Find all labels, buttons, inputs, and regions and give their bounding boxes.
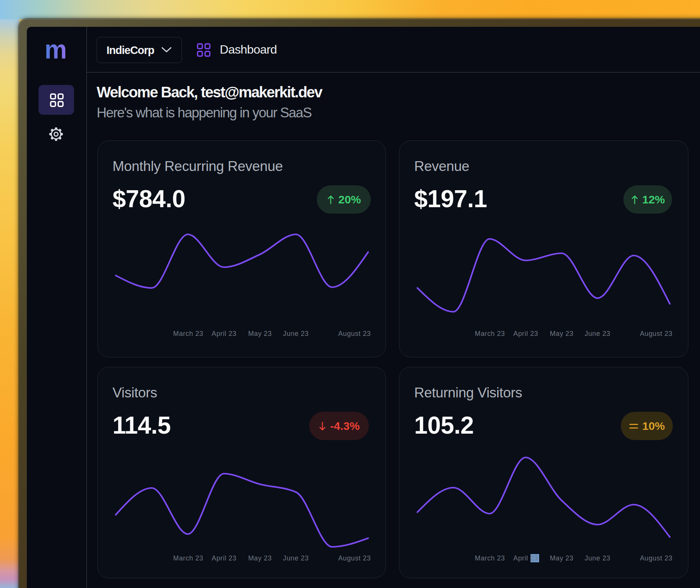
svg-text:August 23: August 23 xyxy=(640,554,672,562)
svg-text:April 23: April 23 xyxy=(513,330,538,337)
svg-text:June 23: June 23 xyxy=(283,330,308,337)
svg-text:June 23: June 23 xyxy=(584,554,610,562)
svg-text:August 23: August 23 xyxy=(640,330,672,337)
svg-text:March 23: March 23 xyxy=(475,554,505,562)
svg-text:March 23: March 23 xyxy=(173,554,204,562)
svg-text:May 23: May 23 xyxy=(248,330,272,337)
svg-text:April 23: April 23 xyxy=(212,554,237,562)
svg-text:May 23: May 23 xyxy=(550,330,574,337)
svg-text:March 23: March 23 xyxy=(475,330,505,337)
svg-text:June 23: June 23 xyxy=(283,554,308,562)
svg-text:March 23: March 23 xyxy=(173,330,204,337)
svg-text:June 23: June 23 xyxy=(584,330,610,337)
svg-text:August 23: August 23 xyxy=(338,330,371,337)
svg-text:August 23: August 23 xyxy=(338,554,371,562)
svg-text:April 23: April 23 xyxy=(513,554,538,562)
svg-text:April 23: April 23 xyxy=(212,330,237,337)
svg-text:May 23: May 23 xyxy=(248,554,272,562)
svg-text:May 23: May 23 xyxy=(550,554,574,562)
